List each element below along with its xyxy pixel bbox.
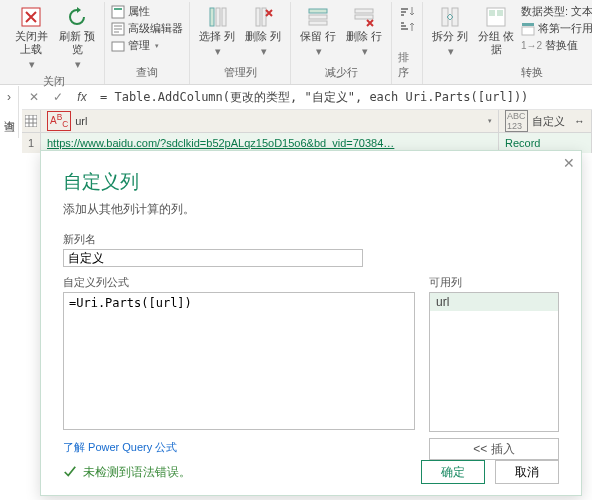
available-columns-list[interactable]: url [429,292,559,432]
row-number[interactable]: 1 [22,133,41,153]
ribbon: 关闭并 上载▾ 刷新 预览▾ 关闭 属性 高级编辑器 管理▾ 查询 选择 列▾ … [0,0,592,85]
svg-rect-18 [489,10,495,16]
svg-rect-6 [216,8,220,26]
group-by-icon [485,6,507,28]
custom-column-dialog: ✕ 自定义列 添加从其他列计算的列。 新列名 自定义列公式 了解 Power Q… [40,150,582,496]
new-column-name-label: 新列名 [63,232,559,247]
dialog-close-button[interactable]: ✕ [563,155,575,171]
ribbon-group-label: 排序 [398,50,416,82]
select-all-cell[interactable] [22,110,41,132]
svg-rect-12 [309,21,327,25]
syntax-status: 未检测到语法错误。 [63,464,191,481]
svg-rect-13 [355,9,373,13]
cancel-button[interactable]: 取消 [495,460,559,484]
manage-icon [111,39,125,53]
new-column-name-input[interactable] [63,249,363,267]
insert-button[interactable]: << 插入 [429,438,559,460]
available-columns-label: 可用列 [429,275,559,290]
close-upload-icon [20,6,42,28]
svg-rect-2 [114,8,122,10]
svg-rect-14 [355,15,373,19]
group-by-button[interactable]: 分组 依据 [475,4,517,58]
remove-columns-button[interactable]: 删除 列▾ [242,4,284,60]
fx-label[interactable]: fx [70,86,94,108]
formula-cancel-button[interactable]: ✕ [22,86,46,108]
split-column-button[interactable]: 拆分 列▾ [429,4,471,60]
dialog-subtitle: 添加从其他列计算的列。 [63,201,559,218]
svg-rect-11 [309,15,327,19]
available-column-item[interactable]: url [430,293,558,311]
remove-col-icon [252,6,274,28]
formula-label: 自定义列公式 [63,275,415,290]
manage-button[interactable]: 管理▾ [111,38,183,53]
custom-formula-textarea[interactable] [63,292,415,430]
first-row-header-button[interactable]: 将第一行用作标题▾ [521,21,592,36]
column-header-custom[interactable]: ABC123自定义↔ [499,110,592,132]
svg-rect-30 [25,115,37,127]
column-header-url[interactable]: ABCurl▾ [41,110,499,132]
svg-rect-10 [309,9,327,13]
remove-rows-icon [353,6,375,28]
grid-header: ABCurl▾ ABC123自定义↔ [22,110,592,133]
x-icon: ✕ [29,90,39,104]
sort-desc-button[interactable] [398,20,416,34]
table-icon [25,115,37,127]
svg-rect-8 [256,8,260,26]
ok-button[interactable]: 确定 [421,460,485,484]
svg-rect-7 [222,8,226,26]
sort-asc-icon [398,4,416,18]
dialog-title: 自定义列 [63,169,559,195]
ribbon-group-label: 转换 [521,65,543,82]
check-icon: ✓ [53,90,63,104]
svg-rect-5 [210,8,214,26]
ribbon-group-reduce-rows: 保留 行▾ 删除 行▾ 减少行 [291,2,392,84]
keep-rows-button[interactable]: 保留 行▾ [297,4,339,60]
query-pane-toggle[interactable]: › 查询 [0,86,19,138]
properties-button[interactable]: 属性 [111,4,183,19]
svg-rect-21 [522,27,534,35]
ribbon-group-manage-cols: 选择 列▾ 删除 列▾ 管理列 [190,2,291,84]
formula-input[interactable] [94,87,592,107]
expand-icon[interactable]: ↔ [574,115,585,127]
choose-columns-button[interactable]: 选择 列▾ [196,4,238,60]
ribbon-group-label: 管理列 [224,65,257,82]
refresh-icon [66,6,88,28]
ribbon-group-query: 属性 高级编辑器 管理▾ 查询 [105,2,190,84]
sort-asc-button[interactable] [398,4,416,18]
choose-col-icon [206,6,228,28]
data-type-button[interactable]: 数据类型: 文本▾ [521,4,592,19]
ribbon-group-label: 减少行 [325,65,358,82]
ribbon-group-label: 查询 [136,65,158,82]
ribbon-group-transform: 拆分 列▾ 分组 依据 数据类型: 文本▾ 将第一行用作标题▾ 1→2替换值 转… [423,2,592,84]
text-type-icon: ABC [47,111,71,130]
svg-rect-1 [112,6,124,18]
chevron-right-icon: › [7,90,11,104]
check-icon [63,465,77,479]
editor-icon [111,22,125,36]
replace-values-button[interactable]: 1→2替换值 [521,38,592,53]
refresh-preview-button[interactable]: 刷新 预览▾ [56,4,98,74]
formula-accept-button[interactable]: ✓ [46,86,70,108]
svg-rect-19 [497,10,503,16]
ribbon-group-sort: 排序 [392,2,423,84]
close-icon: ✕ [563,155,575,171]
formula-bar: ✕ ✓ fx [22,85,592,110]
split-col-icon [439,6,461,28]
keep-rows-icon [307,6,329,28]
svg-rect-20 [522,23,534,26]
remove-rows-button[interactable]: 删除 行▾ [343,4,385,60]
properties-icon [111,5,125,19]
learn-formula-link[interactable]: 了解 Power Query 公式 [63,440,415,455]
filter-dropdown-icon[interactable]: ▾ [488,117,492,125]
svg-rect-4 [112,42,124,51]
any-type-icon: ABC123 [505,110,528,132]
header-row-icon [521,22,535,36]
sort-desc-icon [398,20,416,34]
close-and-upload-button[interactable]: 关闭并 上载▾ [10,4,52,74]
ribbon-group-close: 关闭并 上载▾ 刷新 预览▾ 关闭 [4,2,105,84]
advanced-editor-button[interactable]: 高级编辑器 [111,21,183,36]
